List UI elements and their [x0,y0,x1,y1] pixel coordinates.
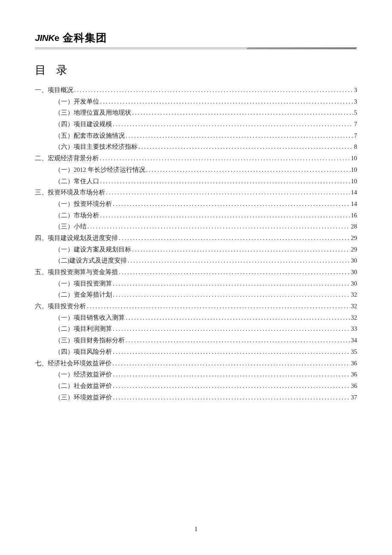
toc-leader-dots [126,337,350,344]
toc-leader-dots [126,315,350,321]
toc-entry-label: （二）项目利润测算 [55,326,112,332]
toc-leader-dots [100,155,350,162]
toc-entry: （一）项目销售收入测算32 [35,315,357,321]
toc-entry-page: 30 [351,257,357,264]
toc-entry: （二）资金筹措计划32 [35,292,357,298]
toc-leader-dots [87,303,350,309]
toc-leader-dots [128,257,350,264]
toc-entry-label: （二）资金筹措计划 [55,292,112,298]
toc-entry-label: （四）项目风险分析 [55,349,112,355]
toc-leader-dots [113,371,350,378]
toc-entry-page: 5 [354,110,357,116]
header-divider [35,47,357,50]
toc-entry-label: （六）项目主要技术经济指标 [55,144,138,150]
toc-entry: （四）项目建设规模7 [35,121,357,127]
toc-entry-label: （三）环境效益评价 [55,394,112,401]
toc-leader-dots [113,121,353,127]
toc-entry-label: （一）建设方案及规划目标 [55,246,131,253]
toc-entry: 六、项目投资分析32 [35,303,357,309]
toc-entry: （六）项目主要技术经济指标8 [35,144,357,150]
toc-leader-dots [132,246,350,253]
toc-entry-page: 8 [354,144,357,150]
logo-row: JINKe 金科集团 [35,31,357,45]
toc-leader-dots [106,189,350,196]
company-name: 金科集团 [63,31,107,45]
toc-entry-page: 29 [351,246,357,253]
toc-entry: （一）项目投资测算30 [35,280,357,287]
toc-leader-dots [132,110,353,116]
toc-entry-page: 33 [351,326,357,332]
toc-entry-label: （一）项目销售收入测算 [55,315,125,321]
toc-entry-page: 28 [351,223,357,230]
toc-leader-dots [138,144,353,150]
toc-entry: （一）投资环境分析14 [35,201,357,207]
toc-entry-label: 五、项目投资测算与资金筹措 [35,269,118,275]
toc-entry: （五）配套市政设施情况7 [35,133,357,139]
toc-entry: （二)建设方式及进度安排30 [35,257,357,264]
toc-entry: （一）2012 年长沙经济运行情况10 [35,167,357,173]
toc-leader-dots [126,133,353,139]
toc-entry-label: （二）常住人口 [55,178,99,185]
toc-leader-dots [113,349,350,355]
toc-entry: （二）社会效益评价36 [35,383,357,389]
toc-leader-dots [113,292,350,298]
logo-latin: JINKe [35,33,59,43]
toc-leader-dots [113,201,350,207]
toc-leader-dots [113,326,350,332]
toc-entry: 四、项目建设规划及进度安排29 [35,235,357,241]
toc-entry-page: 7 [354,121,357,127]
toc-leader-dots [113,383,350,389]
toc-entry-label: （二）市场分析 [55,212,99,219]
toc-entry: 五、项目投资测算与资金筹措30 [35,269,357,275]
toc-entry-label: （三）小结 [55,223,86,230]
toc-entry-page: 14 [351,189,357,196]
toc-entry-label: 二、宏观经济背景分析 [35,155,99,162]
toc-leader-dots [87,223,350,230]
toc-entry: （一）建设方案及规划目标29 [35,246,357,253]
toc-entry-page: 35 [351,349,357,355]
toc-entry: （二）常住人口10 [35,178,357,185]
document-header: JINKe 金科集团 [35,31,357,50]
toc-entry-page: 37 [351,394,357,401]
toc-title: 目录 [35,63,357,78]
toc-entry-label: 七、经济社会环境效益评价 [35,360,112,367]
toc-entry: 一、项目概况3 [35,87,357,93]
toc-entry-label: （一）开发单位 [55,98,99,105]
toc-leader-dots [74,87,353,93]
toc-leader-dots [146,167,350,173]
toc-entry-page: 30 [351,269,357,275]
toc-leader-dots [100,212,350,219]
toc-entry-label: （二）社会效益评价 [55,383,112,389]
toc-entry-page: 10 [351,155,357,162]
toc-entry-label: 三、投资环境及市场分析 [35,189,105,196]
toc-entry-page: 36 [351,360,357,367]
toc-entry: （三）地理位置及用地现状5 [35,110,357,116]
toc-entry-label: （二)建设方式及进度安排 [55,257,127,264]
toc-entry-label: （一）投资环境分析 [55,201,112,207]
toc-entry-page: 30 [351,280,357,287]
toc-entry-label: （四）项目建设规模 [55,121,112,127]
toc-entry: （二）项目利润测算33 [35,326,357,332]
toc-list: 一、项目概况3（一）开发单位3（三）地理位置及用地现状5（四）项目建设规模7（五… [35,87,357,400]
toc-entry: （四）项目风险分析35 [35,349,357,355]
toc-entry-page: 36 [351,383,357,389]
toc-entry-page: 3 [354,87,357,93]
toc-leader-dots [100,98,353,105]
toc-entry: （一）经济效益评价36 [35,371,357,378]
toc-entry-page: 10 [351,167,357,173]
toc-entry-label: 四、项目建设规划及进度安排 [35,235,118,241]
toc-entry-page: 7 [354,133,357,139]
toc-entry-label: （三）项目财务指标分析 [55,337,125,344]
toc-entry: （二）市场分析16 [35,212,357,219]
page-number: 1 [0,526,392,533]
toc-leader-dots [119,269,350,275]
toc-entry: （三）项目财务指标分析34 [35,337,357,344]
toc-entry-page: 32 [351,292,357,298]
toc-entry-page: 29 [351,235,357,241]
toc-entry-page: 32 [351,303,357,309]
toc-entry-page: 16 [351,212,357,219]
toc-entry-page: 10 [351,178,357,185]
toc-entry: （三）小结28 [35,223,357,230]
toc-entry-label: （五）配套市政设施情况 [55,133,125,139]
toc-leader-dots [112,360,350,367]
